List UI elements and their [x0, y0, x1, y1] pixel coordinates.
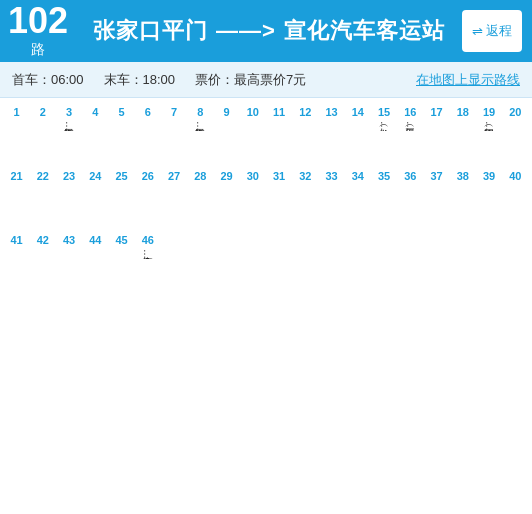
stop-item[interactable]: 17西开建材城: [424, 104, 449, 164]
stop-item[interactable]: 8张家口市第…: [188, 104, 213, 164]
stop-number: 35: [378, 170, 390, 183]
stop-item[interactable]: 44大东门桥: [83, 232, 108, 292]
stop-item[interactable]: 2市委党校: [30, 104, 55, 164]
ticket-info: 票价：最高票价7元: [195, 71, 306, 89]
stops-row-3: 41供电所42钟楼43师范街口44大东门桥45宣化区车管所46宣化汽车客…: [4, 232, 528, 292]
stop-item[interactable]: 1张家口平门: [4, 104, 29, 164]
stop-number: 3: [66, 106, 72, 119]
stop-number: 18: [457, 106, 469, 119]
first-bus: 首车：06:00: [12, 71, 84, 89]
stop-item[interactable]: 39医院: [477, 168, 502, 228]
stop-number: 36: [404, 170, 416, 183]
stop-item[interactable]: 28沙地子二里半: [188, 168, 213, 228]
stop-item[interactable]: 33东家庄: [319, 168, 344, 228]
stop-item[interactable]: 41供电所: [4, 232, 29, 292]
stop-item[interactable]: 25霍庄: [109, 168, 134, 228]
return-button[interactable]: ⇌ 返程: [462, 10, 522, 52]
stop-number: 39: [483, 170, 495, 183]
route-title: 张家口平门 ——> 宣化汽车客运站: [76, 0, 462, 62]
stop-item[interactable]: 26沙地坊: [135, 168, 160, 228]
stop-number: 16: [404, 106, 416, 119]
stop-item[interactable]: 22职业技术学院: [30, 168, 55, 228]
stop-item[interactable]: 9北新村: [214, 104, 239, 164]
stop-item[interactable]: 45宣化区车管所: [109, 232, 134, 292]
stop-number: 44: [89, 234, 101, 247]
stop-name: 十三里（转…: [405, 121, 416, 131]
stop-item[interactable]: 4第一医院: [83, 104, 108, 164]
stop-item[interactable]: 12广安大厦: [293, 104, 318, 164]
stop-number: 43: [63, 234, 75, 247]
stop-number: 27: [168, 170, 180, 183]
stop-item[interactable]: 6长方沟口: [135, 104, 160, 164]
stop-item[interactable]: 18市交警支队: [450, 104, 475, 164]
header: 102 路 张家口平门 ——> 宣化汽车客运站 ⇌ 返程: [0, 0, 532, 62]
stop-item[interactable]: 13钻石路北: [319, 104, 344, 164]
stop-number: 28: [194, 170, 206, 183]
map-link[interactable]: 在地图上显示路线: [416, 71, 520, 89]
stop-item[interactable]: 11高家大厦: [267, 104, 292, 164]
stop-name: 张家口市第…: [64, 121, 75, 131]
stop-number: 22: [37, 170, 49, 183]
stop-item[interactable]: 27屈家庄: [162, 168, 187, 228]
last-bus: 末车：18:00: [104, 71, 176, 89]
stop-number: 20: [509, 106, 521, 119]
stop-number: 33: [326, 170, 338, 183]
stops-row-2: 21宁远堡路口22职业技术学院23二手车市场24冀北25霍庄26沙地坊27屈家庄…: [4, 168, 528, 228]
return-label: 返程: [486, 22, 512, 40]
stop-item[interactable]: 7商务局: [162, 104, 187, 164]
stop-item[interactable]: 15前七（转…: [372, 104, 397, 164]
stop-name: 张家口市第…: [195, 121, 206, 131]
route-number: 102: [8, 3, 68, 39]
stop-number: 45: [116, 234, 128, 247]
stop-item[interactable]: 38京西江南: [450, 168, 475, 228]
stop-item[interactable]: 16十三里（转…: [398, 104, 423, 164]
stop-item[interactable]: 14国土资源局: [345, 104, 370, 164]
stop-item[interactable]: 3张家口市第…: [57, 104, 82, 164]
stop-number: 14: [352, 106, 364, 119]
stops-row-1: 1张家口平门2市委党校3张家口市第…4第一医院5赐儿山街路口6长方沟口7商务局8…: [4, 104, 528, 164]
stop-number: 2: [40, 106, 46, 119]
stop-number: 24: [89, 170, 101, 183]
stop-item[interactable]: 40皇城: [503, 168, 528, 228]
stop-item[interactable]: 32公交驾校: [293, 168, 318, 228]
stop-number: 10: [247, 106, 259, 119]
info-bar: 首车：06:00 末车：18:00 票价：最高票价7元 在地图上显示路线: [0, 62, 532, 98]
stop-item[interactable]: 34宋家庄: [345, 168, 370, 228]
stop-item[interactable]: 29宣化县一中: [214, 168, 239, 228]
info-left: 首车：06:00 末车：18:00: [12, 71, 175, 89]
stop-item[interactable]: 21宁远堡路口: [4, 168, 29, 228]
stop-item[interactable]: 37大新门: [424, 168, 449, 228]
stop-number: 40: [509, 170, 521, 183]
stop-item[interactable]: 42钟楼: [30, 232, 55, 292]
stop-number: 7: [171, 106, 177, 119]
stop-item[interactable]: 19张运集团（…: [477, 104, 502, 164]
stop-item[interactable]: 5赐儿山街路口: [109, 104, 134, 164]
stop-number: 37: [431, 170, 443, 183]
stop-number: 19: [483, 106, 495, 119]
stop-item[interactable]: 36下八里西: [398, 168, 423, 228]
stop-item[interactable]: 10广立社区: [240, 104, 265, 164]
stop-number: 29: [221, 170, 233, 183]
stop-item[interactable]: 43师范街口: [57, 232, 82, 292]
return-arrow-icon: ⇌: [472, 24, 483, 39]
stop-item[interactable]: 35上八里: [372, 168, 397, 228]
last-bus-time: 18:00: [143, 72, 176, 87]
stop-number: 5: [119, 106, 125, 119]
stop-item[interactable]: 23二手车市场: [57, 168, 82, 228]
stop-item[interactable]: 46宣化汽车客…: [135, 232, 160, 292]
route-number-box: 102 路: [0, 0, 76, 62]
stop-number: 42: [37, 234, 49, 247]
stop-number: 12: [299, 106, 311, 119]
route-lu: 路: [31, 41, 45, 59]
route-destination: 宣化汽车客运站: [284, 16, 445, 46]
stop-number: 8: [197, 106, 203, 119]
stop-item[interactable]: 20机场路口: [503, 104, 528, 164]
stop-number: 30: [247, 170, 259, 183]
stop-number: 1: [14, 106, 20, 119]
stop-number: 32: [299, 170, 311, 183]
stop-name: 张运集团（…: [484, 121, 495, 131]
stop-number: 9: [224, 106, 230, 119]
stop-item[interactable]: 31电厂: [267, 168, 292, 228]
stop-item[interactable]: 30公交驾校: [240, 168, 265, 228]
stop-item[interactable]: 24冀北: [83, 168, 108, 228]
